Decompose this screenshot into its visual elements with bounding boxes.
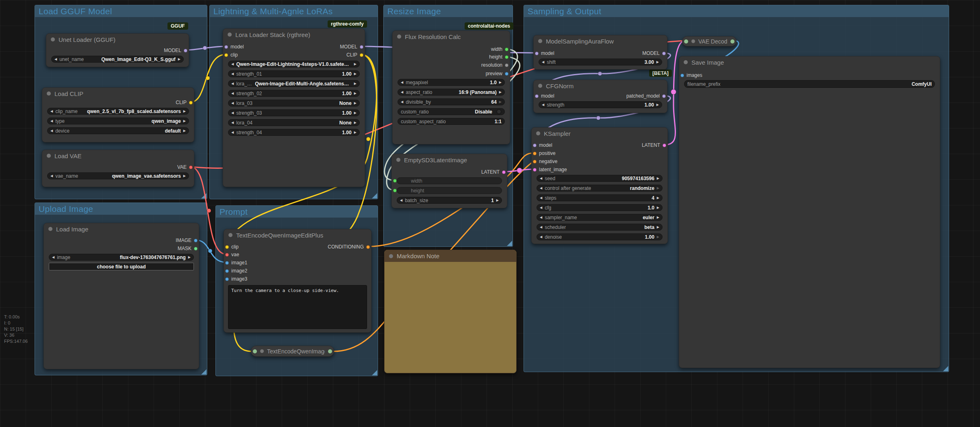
node-title-bar[interactable]: Load CLIP xyxy=(42,88,194,99)
output-dot-model[interactable] xyxy=(662,52,666,55)
decrement-arrow-icon[interactable]: ◀ xyxy=(542,60,544,64)
increment-arrow-icon[interactable]: ▶ xyxy=(656,60,659,64)
increment-arrow-icon[interactable]: ▶ xyxy=(657,235,659,239)
increment-arrow-icon[interactable]: ▶ xyxy=(499,90,502,94)
node-collapse-dot[interactable] xyxy=(389,254,393,258)
lora-loader-stack-combo[interactable]: ◀Qwen-Image-Edit-Lightning-4steps-V1.0.s… xyxy=(228,61,360,68)
decrement-arrow-icon[interactable]: ◀ xyxy=(50,119,53,123)
note-header[interactable]: Markdown Note xyxy=(385,250,516,262)
lora-loader-stack-lora-03[interactable]: ◀lora_03None▶ xyxy=(228,100,360,107)
increment-arrow-icon[interactable]: ▶ xyxy=(354,92,356,95)
node-title-bar[interactable]: Load Image xyxy=(44,223,199,235)
node-load-clip[interactable]: Load CLIPCLIP◀clip_nameqwen_2.5_vl_7b_fp… xyxy=(42,87,194,142)
node-unet-loader[interactable]: Unet Loader (GGUF)MODEL◀unet_nameQwen_Im… xyxy=(46,33,189,67)
decrement-arrow-icon[interactable]: ◀ xyxy=(52,255,54,259)
input-dot-model[interactable] xyxy=(535,52,539,55)
model-sampling-aura-flow-shift[interactable]: ◀shift3.00▶ xyxy=(539,59,662,65)
load-clip-type[interactable]: ◀typeqwen_image▶ xyxy=(47,118,189,124)
load-clip-device[interactable]: ◀devicedefault▶ xyxy=(47,127,189,134)
node-collapse-dot[interactable] xyxy=(397,35,401,39)
node-title-bar[interactable]: TextEncodeQwenImageEditPlus xyxy=(224,229,371,241)
decrement-arrow-icon[interactable]: ◀ xyxy=(540,176,542,180)
output-dot-model[interactable] xyxy=(360,45,363,49)
cfg-norm-strength[interactable]: ◀strength1.00▶ xyxy=(539,101,662,108)
empty-sd3-latent-image-width[interactable]: width xyxy=(397,177,502,184)
decrement-arrow-icon[interactable]: ◀ xyxy=(231,82,234,85)
input-dot-image2[interactable] xyxy=(225,269,229,273)
increment-arrow-icon[interactable]: ▶ xyxy=(183,174,186,178)
input-dot-widget[interactable] xyxy=(393,179,397,183)
flux-resolution-calc-megapixel[interactable]: ◀megapixel1.0▶ xyxy=(398,79,505,86)
ksampler-steps[interactable]: ◀steps4▶ xyxy=(537,194,663,201)
output-dot-clip[interactable] xyxy=(189,101,193,105)
increment-arrow-icon[interactable]: ▶ xyxy=(499,100,502,104)
output-dot-latent[interactable] xyxy=(502,170,506,174)
lora-loader-stack-lora-04[interactable]: ◀lora_04None▶ xyxy=(228,119,360,126)
output-dot-width[interactable] xyxy=(505,48,508,51)
node-model-sampling-aura-flow[interactable]: ModelSamplingAuraFlowmodelMODEL◀shift3.0… xyxy=(533,35,667,70)
input-dot-clip[interactable] xyxy=(224,53,228,57)
input-dot-image1[interactable] xyxy=(225,261,229,265)
node-collapse-dot[interactable] xyxy=(538,84,542,88)
decrement-arrow-icon[interactable]: ◀ xyxy=(231,121,234,124)
node-title-bar[interactable]: KSampler xyxy=(532,128,667,139)
output-dot-height[interactable] xyxy=(505,55,508,59)
increment-arrow-icon[interactable]: ▶ xyxy=(183,119,186,123)
decrement-arrow-icon[interactable]: ◀ xyxy=(50,129,53,133)
decrement-arrow-icon[interactable]: ◀ xyxy=(401,100,403,104)
increment-arrow-icon[interactable]: ▶ xyxy=(354,131,356,134)
output-dot-model[interactable] xyxy=(184,49,187,52)
increment-arrow-icon[interactable]: ▶ xyxy=(183,129,186,133)
decrement-arrow-icon[interactable]: ◀ xyxy=(54,57,57,61)
collapsed-input-dot[interactable] xyxy=(253,349,257,353)
increment-arrow-icon[interactable]: ▶ xyxy=(183,109,186,113)
decrement-arrow-icon[interactable]: ◀ xyxy=(542,103,544,107)
node-title-bar[interactable]: Unet Loader (GGUF) xyxy=(46,34,189,45)
increment-arrow-icon[interactable]: ▶ xyxy=(657,196,659,200)
node-collapse-dot[interactable] xyxy=(51,37,55,41)
increment-arrow-icon[interactable]: ▶ xyxy=(178,57,180,61)
node-save-image[interactable]: Save Imageimagesfilename_prefixComfyUI xyxy=(679,56,940,368)
decrement-arrow-icon[interactable]: ◀ xyxy=(540,225,542,229)
node-text-encode-qwen-image-e[interactable]: TextEncodeQwenImageE xyxy=(251,346,334,357)
increment-arrow-icon[interactable]: ▶ xyxy=(657,216,659,219)
node-vae-decode[interactable]: VAE Decode xyxy=(682,36,737,46)
input-dot-widget[interactable] xyxy=(393,189,397,192)
ksampler-control-after-generate[interactable]: ◀control after generaterandomize▶ xyxy=(537,185,663,192)
save-image-filename-prefix[interactable]: filename_prefixComfyUI xyxy=(684,80,935,88)
flux-resolution-calc-aspect-ratio[interactable]: ◀aspect_ratio16:9 (Panorama)▶ xyxy=(398,89,505,96)
node-collapse-dot[interactable] xyxy=(228,233,233,237)
decrement-arrow-icon[interactable]: ◀ xyxy=(401,90,403,94)
decrement-arrow-icon[interactable]: ◀ xyxy=(540,216,542,219)
collapsed-output-dot[interactable] xyxy=(328,349,332,353)
increment-arrow-icon[interactable]: ▶ xyxy=(354,111,356,115)
input-dot-clip[interactable] xyxy=(225,245,229,249)
decrement-arrow-icon[interactable]: ◀ xyxy=(231,131,234,134)
increment-arrow-icon[interactable]: ▶ xyxy=(657,186,659,190)
input-dot-images[interactable] xyxy=(680,74,684,77)
ksampler-scheduler[interactable]: ◀schedulerbeta▶ xyxy=(537,224,663,231)
node-collapse-dot[interactable] xyxy=(396,158,400,162)
increment-arrow-icon[interactable]: ▶ xyxy=(354,72,356,76)
output-dot-vae[interactable] xyxy=(189,166,193,169)
node-title-bar[interactable]: ModelSamplingAuraFlow xyxy=(534,35,667,47)
decrement-arrow-icon[interactable]: ◀ xyxy=(50,174,53,178)
flux-resolution-calc-custom-ratio[interactable]: custom_ratioDisable xyxy=(398,108,505,115)
decrement-arrow-icon[interactable]: ◀ xyxy=(231,62,234,66)
ksampler-denoise[interactable]: ◀denoise1.00▶ xyxy=(537,233,663,240)
input-dot-vae[interactable] xyxy=(225,253,229,257)
decrement-arrow-icon[interactable]: ◀ xyxy=(401,81,403,84)
node-collapse-dot[interactable] xyxy=(47,154,51,158)
flux-resolution-calc-custom-aspect-ratio[interactable]: custom_aspect_ratio1:1 xyxy=(398,118,505,125)
decrement-arrow-icon[interactable]: ◀ xyxy=(540,196,542,200)
increment-arrow-icon[interactable]: ▶ xyxy=(354,62,356,66)
node-title-bar[interactable]: Flux Resolution Calc xyxy=(393,31,510,42)
node-lora-loader-stack[interactable]: Lora Loader Stack (rgthree)modelclipMODE… xyxy=(223,28,365,187)
decrement-arrow-icon[interactable]: ◀ xyxy=(231,111,234,115)
ksampler-sampler-name[interactable]: ◀sampler_nameeuler▶ xyxy=(537,214,663,221)
lora-loader-stack-strength-04[interactable]: ◀strength_041.00▶ xyxy=(228,129,360,136)
unet-loader-unet-name[interactable]: ◀unet_nameQwen_Image_Edit-Q3_K_S.gguf▶ xyxy=(51,56,184,63)
node-title-bar[interactable]: CFGNorm xyxy=(534,80,667,92)
input-dot-model[interactable] xyxy=(533,144,537,147)
node-collapse-dot[interactable] xyxy=(48,227,52,231)
